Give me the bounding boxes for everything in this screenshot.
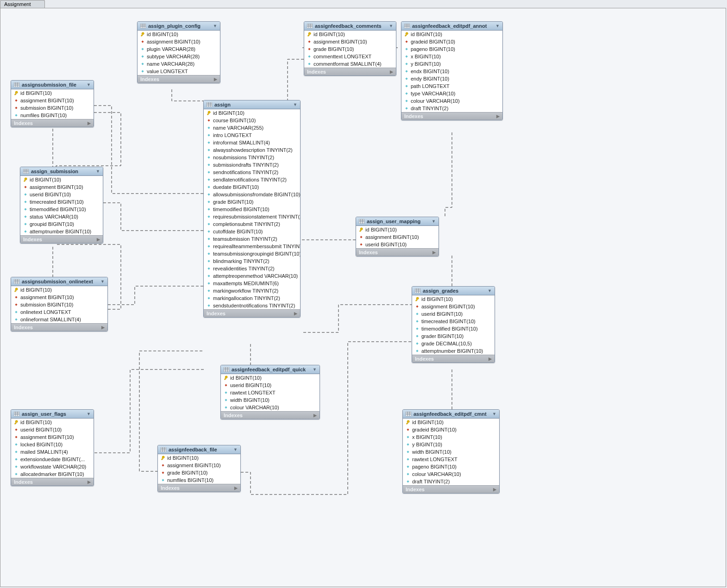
column-row[interactable]: pageno BIGINT(10) <box>401 45 502 53</box>
table-header[interactable]: assignfeedback_editpdf_quick▼ <box>221 365 320 374</box>
column-row[interactable]: timemodified BIGINT(10) <box>20 206 103 213</box>
column-row[interactable]: id BIGINT(10) <box>138 31 220 38</box>
column-row[interactable]: alwaysshowdescription TINYINT(2) <box>204 146 300 154</box>
expand-icon[interactable]: ▶ <box>234 486 238 490</box>
column-row[interactable]: teamsubmission TINYINT(2) <box>204 235 300 243</box>
column-row[interactable]: intro LONGTEXT <box>204 131 300 139</box>
table-header[interactable]: assign_user_flags▼ <box>11 410 94 419</box>
indexes-section[interactable]: Indexes▶ <box>11 478 94 486</box>
indexes-section[interactable]: Indexes▶ <box>304 68 396 75</box>
column-row[interactable]: y BIGINT(10) <box>401 60 502 68</box>
column-row[interactable]: id BIGINT(10) <box>221 374 320 382</box>
column-row[interactable]: id BIGINT(10) <box>11 419 94 426</box>
table-assignfeedback_comments[interactable]: assignfeedback_comments▼id BIGINT(10)ass… <box>304 21 396 76</box>
column-row[interactable]: pageno BIGINT(10) <box>403 463 499 470</box>
collapse-icon[interactable]: ▼ <box>233 447 238 452</box>
column-row[interactable]: extensionduedate BIGINT(... <box>11 456 94 463</box>
column-row[interactable]: id BIGINT(10) <box>403 419 499 426</box>
table-assignfeedback_editpdf_cmnt[interactable]: assignfeedback_editpdf_cmnt▼id BIGINT(10… <box>402 409 500 494</box>
expand-icon[interactable]: ▶ <box>214 77 217 81</box>
column-row[interactable]: onlinetext LONGTEXT <box>11 308 107 316</box>
column-row[interactable]: locked BIGINT(10) <box>11 441 94 448</box>
column-row[interactable]: width BIGINT(10) <box>221 396 320 404</box>
column-row[interactable]: grade BIGINT(10) <box>304 45 396 53</box>
collapse-icon[interactable]: ▼ <box>488 288 492 293</box>
column-row[interactable]: userid BIGINT(10) <box>20 191 103 198</box>
column-row[interactable]: nosubmissions TINYINT(2) <box>204 154 300 161</box>
column-row[interactable]: timemodified BIGINT(10) <box>412 325 495 332</box>
column-row[interactable]: rawtext LONGTEXT <box>403 456 499 463</box>
table-assign_submission[interactable]: assign_submission▼id BIGINT(10)assignmen… <box>20 167 103 244</box>
expand-icon[interactable]: ▶ <box>313 413 317 418</box>
column-row[interactable]: sendstudentnotifications TINYINT(2) <box>204 302 300 309</box>
column-row[interactable]: onlineformat SMALLINT(4) <box>11 316 107 323</box>
column-row[interactable]: sendlatenotifications TINYINT(2) <box>204 176 300 183</box>
expand-icon[interactable]: ▶ <box>88 121 91 125</box>
table-header[interactable]: assignsubmission_onlinetext▼ <box>11 277 107 286</box>
column-row[interactable]: mailed SMALLINT(4) <box>11 448 94 456</box>
column-row[interactable]: workflowstate VARCHAR(20) <box>11 463 94 470</box>
collapse-icon[interactable]: ▼ <box>87 82 91 87</box>
column-row[interactable]: grader BIGINT(10) <box>412 332 495 340</box>
table-assignsubmission_onlinetext[interactable]: assignsubmission_onlinetext▼id BIGINT(10… <box>11 277 108 332</box>
table-header[interactable]: assign_user_mapping▼ <box>356 217 439 226</box>
column-row[interactable]: sendnotifications TINYINT(2) <box>204 169 300 176</box>
column-row[interactable]: submission BIGINT(10) <box>11 104 94 112</box>
column-row[interactable]: course BIGINT(10) <box>204 117 300 124</box>
table-assign_user_mapping[interactable]: assign_user_mapping▼id BIGINT(10)assignm… <box>356 217 439 256</box>
column-row[interactable]: duedate BIGINT(10) <box>204 183 300 191</box>
column-row[interactable]: numfiles BIGINT(10) <box>158 476 240 484</box>
column-row[interactable]: numfiles BIGINT(10) <box>11 112 94 119</box>
table-header[interactable]: assignfeedback_editpdf_annot▼ <box>401 22 502 31</box>
indexes-section[interactable]: Indexes▶ <box>412 355 495 363</box>
column-row[interactable]: timecreated BIGINT(10) <box>20 198 103 206</box>
indexes-section[interactable]: Indexes▶ <box>138 75 220 83</box>
column-row[interactable]: draft TINYINT(2) <box>401 105 502 112</box>
column-row[interactable]: type VARCHAR(10) <box>401 90 502 97</box>
expand-icon[interactable]: ▶ <box>496 114 500 119</box>
column-row[interactable]: allowsubmissionsfromdate BIGINT(10) <box>204 191 300 198</box>
indexes-section[interactable]: Indexes▶ <box>204 309 300 317</box>
column-row[interactable]: name VARCHAR(28) <box>138 60 220 68</box>
column-row[interactable]: attemptnumber BIGINT(10) <box>20 228 103 235</box>
collapse-icon[interactable]: ▼ <box>96 169 100 174</box>
indexes-section[interactable]: Indexes▶ <box>11 323 107 331</box>
indexes-section[interactable]: Indexes▶ <box>403 485 499 493</box>
column-row[interactable]: assignment BIGINT(10) <box>11 433 94 441</box>
table-header[interactable]: assignfeedback_editpdf_cmnt▼ <box>403 410 499 419</box>
column-row[interactable]: id BIGINT(10) <box>11 286 107 294</box>
expand-icon[interactable]: ▶ <box>432 250 436 255</box>
column-row[interactable]: assignment BIGINT(10) <box>356 233 439 241</box>
table-assignfeedback_file[interactable]: assignfeedback_file▼id BIGINT(10)assignm… <box>157 445 241 492</box>
column-row[interactable]: width BIGINT(10) <box>403 448 499 456</box>
column-row[interactable]: attemptreopenmethod VARCHAR(10) <box>204 272 300 280</box>
column-row[interactable]: assignment BIGINT(10) <box>11 294 107 301</box>
column-row[interactable]: x BIGINT(10) <box>403 433 499 441</box>
expand-icon[interactable]: ▶ <box>390 69 393 74</box>
column-row[interactable]: endy BIGINT(10) <box>401 75 502 82</box>
column-row[interactable]: teamsubmissiongroupingid BIGINT(10) <box>204 250 300 257</box>
expand-icon[interactable]: ▶ <box>493 487 496 492</box>
indexes-section[interactable]: Indexes▶ <box>221 411 320 419</box>
column-row[interactable]: gradeid BIGINT(10) <box>403 426 499 433</box>
expand-icon[interactable]: ▶ <box>294 311 297 316</box>
indexes-section[interactable]: Indexes▶ <box>11 119 94 127</box>
table-header[interactable]: assignfeedback_comments▼ <box>304 22 396 31</box>
column-row[interactable]: plugin VARCHAR(28) <box>138 45 220 53</box>
collapse-icon[interactable]: ▼ <box>313 367 317 372</box>
column-row[interactable]: revealidentities TINYINT(2) <box>204 265 300 272</box>
column-row[interactable]: introformat SMALLINT(4) <box>204 139 300 146</box>
table-header[interactable]: assignfeedback_file▼ <box>158 445 240 454</box>
column-row[interactable]: cutoffdate BIGINT(10) <box>204 228 300 235</box>
expand-icon[interactable]: ▶ <box>88 480 91 484</box>
table-assignfeedback_editpdf_annot[interactable]: assignfeedback_editpdf_annot▼id BIGINT(1… <box>401 21 503 120</box>
column-row[interactable]: id BIGINT(10) <box>304 31 396 38</box>
column-row[interactable]: assignment BIGINT(10) <box>11 97 94 104</box>
column-row[interactable]: blindmarking TINYINT(2) <box>204 257 300 265</box>
indexes-section[interactable]: Indexes▶ <box>401 112 502 120</box>
collapse-icon[interactable]: ▼ <box>492 412 496 416</box>
indexes-section[interactable]: Indexes▶ <box>356 248 439 256</box>
column-row[interactable]: id BIGINT(10) <box>204 109 300 117</box>
column-row[interactable]: x BIGINT(10) <box>401 53 502 60</box>
column-row[interactable]: colour VARCHAR(10) <box>221 404 320 411</box>
